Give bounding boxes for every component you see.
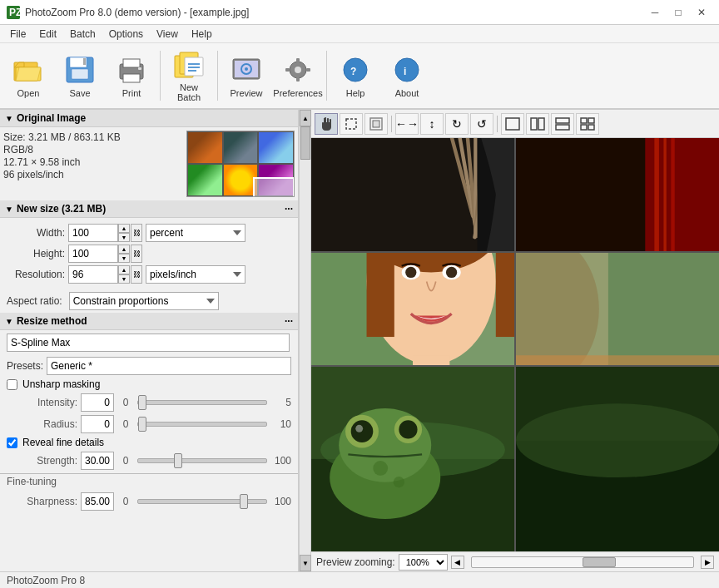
resize-method-header[interactable]: ▼ Resize method ··· bbox=[0, 313, 298, 330]
intensity-max: 5 bbox=[270, 397, 291, 408]
original-image-header[interactable]: ▼ Original Image bbox=[0, 110, 298, 127]
radius-label: Radius: bbox=[23, 418, 77, 430]
menu-help[interactable]: Help bbox=[185, 27, 219, 42]
unsharp-masking-checkbox[interactable] bbox=[7, 379, 17, 390]
resolution-row: Resolution: ▲ ▼ ⛓ pixels/inch pixels/cm bbox=[7, 265, 291, 284]
height-row: Height: ▲ ▼ ⛓ bbox=[7, 245, 291, 263]
resize-method-select[interactable]: S-Spline Max S-Spline Lanczos Bicubic bbox=[7, 334, 290, 352]
intensity-slider-row: Intensity: 0 5 bbox=[0, 392, 298, 413]
zoom-scroll-thumb[interactable] bbox=[583, 557, 616, 567]
fine-tuning-header: Fine-tuning bbox=[7, 476, 57, 487]
rotate-ccw-button[interactable]: ↺ bbox=[470, 113, 493, 135]
sharpness-slider[interactable] bbox=[137, 499, 267, 504]
menu-batch[interactable]: Batch bbox=[63, 27, 102, 42]
flip-horizontal-button[interactable]: ←→ bbox=[395, 113, 419, 135]
intensity-slider[interactable] bbox=[137, 400, 267, 405]
preview-button[interactable]: Preview bbox=[221, 46, 271, 106]
resize-dots[interactable]: ··· bbox=[285, 315, 293, 327]
help-button[interactable]: ? Help bbox=[330, 46, 380, 106]
unit-select[interactable]: percent pixels inch cm mm bbox=[146, 224, 245, 242]
radius-input[interactable] bbox=[81, 415, 114, 433]
zoom-fit-button[interactable] bbox=[364, 113, 388, 135]
height-input[interactable] bbox=[68, 245, 118, 263]
height-up-button[interactable]: ▲ bbox=[118, 245, 130, 254]
scroll-left-arrow[interactable]: ◀ bbox=[451, 556, 464, 569]
svg-rect-41 bbox=[588, 118, 594, 123]
left-panel: ▼ Original Image Size: 3.21 MB / 863.11 … bbox=[0, 110, 300, 571]
minimize-button[interactable]: ─ bbox=[644, 4, 666, 21]
view-quad-button[interactable] bbox=[576, 113, 599, 135]
new-size-dots[interactable]: ··· bbox=[285, 203, 293, 215]
menu-view[interactable]: View bbox=[150, 27, 185, 42]
scroll-thumb[interactable] bbox=[300, 126, 310, 160]
menu-file[interactable]: File bbox=[3, 27, 32, 42]
print-button[interactable]: Print bbox=[107, 46, 156, 106]
maximize-button[interactable]: □ bbox=[667, 4, 689, 21]
resolution-up-button[interactable]: ▲ bbox=[118, 265, 130, 274]
title-bar-left: PZ PhotoZoom Pro 8.0 (demo version) - [e… bbox=[7, 6, 249, 19]
scroll-up-arrow[interactable]: ▲ bbox=[300, 110, 311, 126]
svg-rect-56 bbox=[671, 138, 674, 251]
svg-rect-62 bbox=[496, 253, 514, 337]
svg-rect-26 bbox=[285, 68, 290, 72]
left-scrollbar[interactable]: ▲ ▼ bbox=[300, 110, 311, 571]
zoom-scrollbar[interactable] bbox=[471, 556, 694, 568]
svg-rect-67 bbox=[413, 355, 449, 365]
close-button[interactable]: ✕ bbox=[691, 4, 712, 21]
width-lock-button[interactable]: ⛓ bbox=[131, 224, 142, 242]
preferences-button[interactable]: Preferences bbox=[273, 46, 323, 106]
resolution-lock-button[interactable]: ⛓ bbox=[131, 265, 142, 284]
new-batch-button[interactable]: New Batch bbox=[164, 46, 214, 106]
presets-select[interactable]: Generic * Generic Photo Illustration bbox=[47, 357, 291, 375]
intensity-input[interactable] bbox=[81, 393, 114, 412]
resolution-down-button[interactable]: ▼ bbox=[118, 274, 130, 284]
toolbar: Open Save Print bbox=[0, 43, 719, 110]
scroll-right-arrow[interactable]: ▶ bbox=[701, 556, 714, 569]
height-down-button[interactable]: ▼ bbox=[118, 254, 130, 263]
width-up-button[interactable]: ▲ bbox=[118, 224, 130, 233]
menu-edit[interactable]: Edit bbox=[32, 27, 63, 42]
strength-slider[interactable] bbox=[137, 458, 267, 463]
svg-rect-6 bbox=[72, 69, 88, 79]
view-split-h-button[interactable] bbox=[551, 113, 574, 135]
view-single-button[interactable] bbox=[501, 113, 524, 135]
thumb-cell-2 bbox=[223, 131, 259, 164]
window-controls[interactable]: ─ □ ✕ bbox=[644, 4, 712, 21]
height-lock-button[interactable]: ⛓ bbox=[131, 245, 142, 263]
resolution-input[interactable] bbox=[68, 265, 118, 284]
selection-tool-button[interactable] bbox=[340, 113, 363, 135]
reveal-fine-details-checkbox[interactable] bbox=[7, 437, 17, 448]
resolution-label: Resolution: bbox=[7, 269, 65, 280]
about-button[interactable]: i About bbox=[382, 46, 432, 106]
zoom-select[interactable]: 25% 50% 75% 100% 150% 200% bbox=[399, 554, 448, 571]
aspect-select[interactable]: Constrain proportions Free Original bbox=[69, 292, 219, 310]
sharpness-input[interactable] bbox=[81, 492, 114, 511]
save-icon bbox=[63, 53, 97, 86]
rotate-cw-button[interactable]: ↻ bbox=[445, 113, 469, 135]
new-size-header[interactable]: ▼ New size (3.21 MB) ··· bbox=[0, 200, 298, 218]
strength-input[interactable] bbox=[81, 452, 114, 470]
hand-tool-button[interactable] bbox=[315, 113, 338, 135]
res-unit-select[interactable]: pixels/inch pixels/cm bbox=[146, 265, 245, 284]
menu-options[interactable]: Options bbox=[102, 27, 150, 42]
scroll-track bbox=[300, 126, 310, 555]
unsharp-masking-label[interactable]: Unsharp masking bbox=[22, 378, 100, 390]
aspect-ratio-row: Aspect ratio: Constrain proportions Free… bbox=[7, 292, 291, 310]
new-size-content: Width: ▲ ▼ ⛓ percent pixels inch cm mm bbox=[0, 218, 298, 289]
svg-rect-54 bbox=[654, 138, 659, 251]
reveal-fine-details-label[interactable]: Reveal fine details bbox=[22, 437, 104, 448]
thumb-cell-5 bbox=[223, 164, 259, 196]
flip-vertical-button[interactable]: ↕ bbox=[420, 113, 444, 135]
save-button[interactable]: Save bbox=[55, 46, 105, 106]
svg-rect-61 bbox=[367, 253, 394, 337]
open-button[interactable]: Open bbox=[3, 46, 53, 106]
right-panel: ←→ ↕ ↻ ↺ bbox=[311, 110, 719, 571]
preview-toolbar-sep-1 bbox=[391, 116, 392, 132]
scroll-down-arrow[interactable]: ▼ bbox=[300, 555, 311, 571]
intensity-min: 0 bbox=[117, 397, 134, 408]
view-split-v-button[interactable] bbox=[526, 113, 549, 135]
svg-rect-34 bbox=[373, 121, 379, 127]
width-input[interactable] bbox=[68, 224, 118, 242]
radius-slider[interactable] bbox=[137, 422, 267, 427]
width-down-button[interactable]: ▼ bbox=[118, 233, 130, 242]
